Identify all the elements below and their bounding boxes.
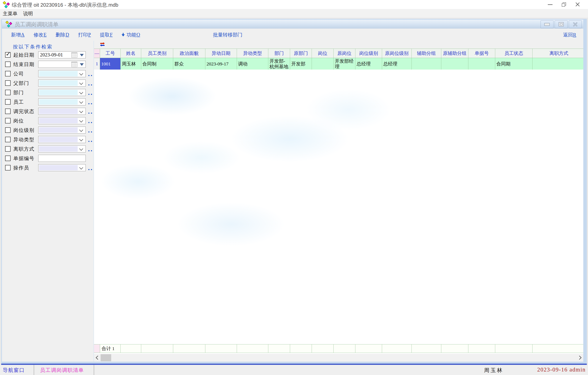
- col-header-10[interactable]: 原岗位: [334, 49, 355, 58]
- cell-14[interactable]: [468, 58, 495, 70]
- col-header-1[interactable]: 工号: [100, 49, 121, 58]
- combo-12[interactable]: [38, 164, 86, 171]
- col-header-5[interactable]: 异动日期: [205, 49, 237, 58]
- checkbox-5[interactable]: [5, 99, 10, 105]
- combo-7[interactable]: [38, 117, 86, 124]
- scroll-left-icon[interactable]: [96, 356, 100, 360]
- statusbar-active-tab[interactable]: 员工调岗调职清单: [40, 367, 84, 374]
- combo-4[interactable]: [38, 89, 86, 96]
- menu-help[interactable]: 说明: [23, 10, 33, 17]
- cell-16[interactable]: [533, 58, 583, 70]
- col-header-11[interactable]: 岗位级别: [355, 49, 382, 58]
- combo-6[interactable]: [38, 108, 86, 115]
- close-button[interactable]: [571, 0, 585, 9]
- combo-10[interactable]: [38, 145, 86, 152]
- col-header-7[interactable]: 部门: [268, 49, 290, 58]
- cell-1[interactable]: 周玉林: [121, 58, 141, 70]
- browse-button-9[interactable]: ..: [88, 137, 93, 143]
- horizontal-scrollbar[interactable]: [94, 354, 583, 362]
- date-input-1[interactable]: [38, 61, 86, 68]
- cell-10[interactable]: 总经理: [355, 58, 382, 70]
- checkbox-12[interactable]: [5, 165, 10, 171]
- checkbox-2[interactable]: [5, 71, 10, 76]
- checkbox-9[interactable]: [5, 137, 10, 142]
- col-header-4[interactable]: 政治面貌: [173, 49, 205, 58]
- browse-button-3[interactable]: ..: [88, 81, 93, 87]
- combo-5[interactable]: [38, 98, 86, 105]
- calendar-icon[interactable]: [71, 62, 77, 67]
- statusbar-nav-window[interactable]: 导航窗口: [3, 367, 25, 374]
- restore-button[interactable]: [557, 0, 571, 9]
- col-header-13[interactable]: 辅助分组: [412, 49, 441, 58]
- browse-button-2[interactable]: ..: [88, 71, 93, 77]
- col-header-6[interactable]: 异动类型: [237, 49, 268, 58]
- row-number-cell[interactable]: 1: [94, 58, 100, 70]
- cell-3[interactable]: 群众: [173, 58, 205, 70]
- browse-button-4[interactable]: ..: [88, 90, 93, 96]
- combo-8[interactable]: [38, 127, 86, 134]
- return-button[interactable]: 返回R: [563, 31, 576, 38]
- swap-icon[interactable]: [100, 42, 106, 47]
- cell-2[interactable]: 合同制: [141, 58, 173, 70]
- cell-0[interactable]: 1001: [100, 58, 121, 70]
- child-close-button[interactable]: [569, 20, 582, 28]
- calendar-icon[interactable]: [71, 52, 77, 58]
- cell-15[interactable]: 合同期: [495, 58, 533, 70]
- cell-8[interactable]: [312, 58, 334, 70]
- col-header-3[interactable]: 员工类别: [141, 49, 173, 58]
- batch-transfer-button[interactable]: 批量转移部门: [213, 31, 242, 38]
- col-header-14[interactable]: 原辅助分组: [441, 49, 468, 58]
- checkbox-6[interactable]: [5, 109, 10, 114]
- col-header-9[interactable]: 岗位: [312, 49, 334, 58]
- combo-2[interactable]: [38, 70, 86, 77]
- col-header-16[interactable]: 员工状态: [495, 49, 533, 58]
- menu-main[interactable]: 主菜单: [3, 10, 17, 17]
- browse-button-8[interactable]: ..: [88, 128, 93, 134]
- checkbox-7[interactable]: [5, 118, 10, 123]
- close-icon: [575, 2, 580, 7]
- browse-button-7[interactable]: ..: [88, 118, 93, 124]
- toolbar-button-E[interactable]: 修改E: [33, 31, 46, 38]
- toolbar-button-A[interactable]: 新增A: [11, 31, 24, 38]
- child-restore-button[interactable]: [555, 20, 567, 28]
- date-dropdown-arrow-icon[interactable]: [80, 54, 84, 56]
- toolbar-button-P[interactable]: 打印P: [78, 31, 91, 38]
- cell-11[interactable]: 总经理: [382, 58, 412, 70]
- col-header-2[interactable]: 姓名: [121, 49, 141, 58]
- browse-button-10[interactable]: ..: [88, 146, 93, 152]
- checkbox-3[interactable]: [5, 80, 10, 86]
- toolbar-button-O[interactable]: 功能O: [122, 31, 140, 38]
- checkbox-8[interactable]: [5, 127, 10, 133]
- date-dropdown-arrow-icon[interactable]: [80, 63, 84, 66]
- scrollbar-thumb[interactable]: [101, 354, 111, 361]
- col-header-15[interactable]: 单据号: [468, 49, 495, 58]
- col-header-12[interactable]: 原岗位级别: [382, 49, 412, 58]
- cell-5[interactable]: 调动: [237, 58, 268, 70]
- child-minimize-button[interactable]: [541, 20, 554, 28]
- combo-9[interactable]: [38, 136, 86, 143]
- browse-button-12[interactable]: ..: [88, 165, 93, 171]
- combo-3[interactable]: [38, 80, 86, 87]
- minimize-button[interactable]: [543, 0, 557, 9]
- col-header-8[interactable]: 原部门: [290, 49, 312, 58]
- cell-6[interactable]: 开发部-杭州基地: [268, 58, 290, 70]
- cell-4[interactable]: 2023-09-17: [205, 58, 237, 70]
- cell-7[interactable]: 开发部: [290, 58, 312, 70]
- col-header-17[interactable]: 离职方式: [533, 49, 583, 58]
- toolbar-button-F[interactable]: 提取F: [100, 31, 113, 38]
- cell-13[interactable]: [441, 58, 468, 70]
- checkbox-10[interactable]: [5, 146, 10, 152]
- browse-button-6[interactable]: ..: [88, 109, 93, 115]
- browse-button-5[interactable]: ..: [88, 99, 93, 105]
- toolbar-button-D[interactable]: 删除D: [55, 31, 69, 38]
- scroll-right-icon[interactable]: [578, 356, 581, 360]
- checkbox-0[interactable]: ✓: [5, 52, 10, 58]
- cell-12[interactable]: [412, 58, 441, 70]
- col-header-0[interactable]: —: [94, 49, 100, 58]
- checkbox-11[interactable]: [5, 156, 10, 161]
- cell-9[interactable]: 开发部经理: [334, 58, 355, 70]
- text-input-11[interactable]: [38, 155, 86, 162]
- checkbox-1[interactable]: [5, 61, 10, 67]
- date-input-0[interactable]: 2023-09-01: [38, 51, 86, 58]
- checkbox-4[interactable]: [5, 90, 10, 95]
